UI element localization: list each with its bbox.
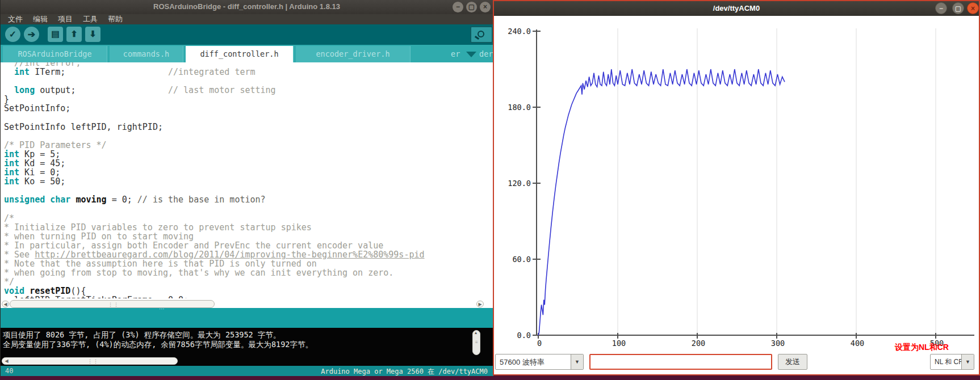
code-text: //int Ierror; int ITerm; //integrated te…: [4, 62, 425, 298]
menu-item-0[interactable]: 文件: [3, 14, 28, 24]
code-line: /*: [4, 214, 425, 223]
editor-console-splitter[interactable]: ⋯: [1, 308, 493, 328]
tab-commands.h[interactable]: commands.h: [110, 46, 183, 62]
code-line: unsigned char moving = 0; // is the base…: [4, 195, 425, 204]
upload-button[interactable]: ➔: [24, 27, 39, 42]
code-line: * Note that the assumption here is that …: [4, 259, 425, 268]
send-button[interactable]: 发送: [778, 354, 807, 370]
code-line: [4, 186, 425, 195]
code-line: leftPID.TargetTicksPerFrame = 0.0;: [4, 295, 425, 298]
ide-window-title: ROSArduinoBridge - diff_controller.h | A…: [1, 2, 493, 11]
code-line: int Ko = 50;: [4, 177, 425, 186]
minimize-button[interactable]: −: [453, 2, 463, 12]
new-sketch-button[interactable]: ▤: [48, 27, 63, 42]
line-ending-select[interactable]: NL 和 CR ▼: [930, 354, 974, 370]
code-line: }: [4, 95, 425, 104]
tab-ROSArduinoBridge[interactable]: ROSArduinoBridge: [3, 46, 107, 62]
open-button[interactable]: ⬆: [66, 27, 82, 42]
ide-statusbar: 40 Arduino Mega or Mega 2560 在 /dev/ttyA…: [1, 366, 493, 376]
chevron-down-icon[interactable]: ▼: [571, 354, 583, 369]
code-line: void resetPID(){: [4, 286, 425, 295]
code-line: int Kd = 45;: [4, 159, 425, 168]
serial-monitor-button[interactable]: [470, 26, 493, 43]
maximize-button[interactable]: ▢: [466, 2, 477, 12]
x-axis-tick-label: 300: [761, 339, 795, 348]
console-horizontal-scrollbar[interactable]: ◀ ⋮⋮: [2, 357, 178, 365]
tab-overflow-icon[interactable]: [466, 52, 476, 57]
code-line: * In particular, assign both Encoder and…: [4, 241, 425, 250]
close-button[interactable]: ×: [480, 2, 491, 12]
x-axis-tick-label: 200: [681, 339, 715, 348]
x-axis-tick-label: 0: [522, 339, 556, 348]
x-axis-tick-label: 100: [602, 339, 636, 348]
code-line: * when turning PID on to start moving: [4, 232, 425, 241]
console-line: 项目使用了 8026 字节, 占用了 (3%) 程序存储空间。最大为 25395…: [3, 330, 280, 340]
y-axis-tick-label: 60.0: [497, 255, 531, 264]
code-line: /* PID Parameters */: [4, 141, 425, 150]
editor-horizontal-scrollbar[interactable]: ◀ ⋮⋮ ▶: [2, 300, 484, 308]
serial-plot-chart: [494, 1, 979, 374]
line-ending-value: NL 和 CR: [935, 357, 964, 367]
scroll-grip-icon: ⋮⋮: [108, 303, 112, 306]
code-line: * Initialize PID variables to zero to pr…: [4, 223, 425, 232]
code-line: * when going from stop to moving, that's…: [4, 268, 425, 277]
code-line: [4, 77, 425, 86]
code-line: */: [4, 277, 425, 286]
code-line: int Ki = 0;: [4, 168, 425, 177]
ide-toolbar: ✓ ➔ ▤ ⬆ ⬇: [1, 24, 493, 45]
ide-titlebar: ROSArduinoBridge - diff_controller.h | A…: [1, 0, 493, 14]
code-line: int ITerm; //integrated term: [4, 67, 425, 77]
arduino-ide-window: ROSArduinoBridge - diff_controller.h | A…: [0, 0, 493, 376]
scroll-right-icon[interactable]: ▶: [476, 301, 484, 307]
code-line: [4, 132, 425, 141]
menu-item-1[interactable]: 编辑: [28, 14, 53, 24]
console-line: 全局变量使用了336字节, (4%)的动态内存, 余留7856字节局部变量。最大…: [3, 340, 313, 350]
splitter-grip-icon: ⋯: [159, 306, 166, 312]
tab-fragment-left[interactable]: er: [451, 49, 460, 58]
serial-plotter-window: /dev/ttyACM0 − ▢ × 0.060.0120.0180.0240.…: [493, 0, 980, 375]
tab-encoder_driver.h[interactable]: encoder_driver.h: [296, 46, 411, 62]
magnifier-icon: [478, 31, 484, 37]
scroll-left-icon[interactable]: ◀: [2, 301, 9, 307]
save-button[interactable]: ⬇: [85, 27, 100, 42]
chevron-down-icon[interactable]: ▼: [961, 354, 974, 369]
x-axis-tick-label: 400: [840, 339, 874, 348]
code-line: [4, 113, 425, 123]
console-vertical-scrollbar[interactable]: [472, 330, 480, 355]
code-editor[interactable]: //int Ierror; int ITerm; //integrated te…: [1, 62, 493, 298]
scroll-grip-icon: ⋮⋮: [87, 360, 92, 363]
code-line: SetPointInfo leftPID, rightPID;: [4, 123, 425, 132]
build-console: 项目使用了 8026 字节, 占用了 (3%) 程序存储空间。最大为 25395…: [1, 328, 493, 366]
editor-hscroll-thumb[interactable]: ⋮⋮: [10, 300, 215, 308]
line-ending-note: 设置为NL和CR: [895, 343, 949, 353]
baud-rate-select[interactable]: 57600 波特率 ▼: [495, 354, 584, 370]
code-line: SetPointInfo;: [4, 104, 425, 113]
serial-send-input[interactable]: [589, 354, 772, 370]
y-axis-tick-label: 240.0: [497, 27, 531, 36]
verify-button[interactable]: ✓: [5, 27, 20, 42]
menu-item-4[interactable]: 帮助: [103, 14, 128, 24]
code-line: * See http://brettbeauregard.com/blog/20…: [4, 250, 425, 259]
y-axis-tick-label: 120.0: [497, 179, 531, 188]
current-line-number: 40: [5, 367, 13, 375]
ide-menubar: 文件编辑项目工具帮助: [1, 14, 493, 24]
y-axis-tick-label: 180.0: [497, 103, 531, 112]
code-line: long output; // last motor setting: [4, 86, 425, 95]
menu-item-2[interactable]: 项目: [53, 14, 78, 24]
code-line: [4, 205, 425, 214]
board-port-status: Arduino Mega or Mega 2560 在 /dev/ttyACM0: [321, 367, 488, 377]
baud-rate-value: 57600 波特率: [500, 357, 545, 368]
data-series-line: [538, 69, 785, 335]
ide-tabbar: er der, ROSArduinoBridgecommands.hdiff_c…: [1, 45, 493, 62]
menu-item-3[interactable]: 工具: [78, 14, 103, 24]
code-line: int Kp = 5;: [4, 150, 425, 159]
tab-diff_controller.h[interactable]: diff_controller.h: [186, 46, 294, 62]
scroll-left-icon[interactable]: ◀: [3, 358, 10, 365]
